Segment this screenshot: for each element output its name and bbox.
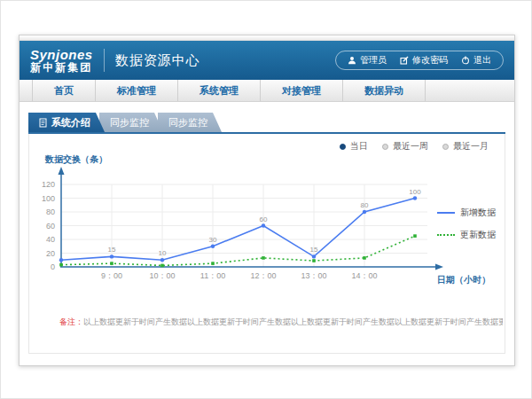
radio-unselected-icon xyxy=(382,144,388,150)
edit-icon xyxy=(400,56,409,65)
svg-text:14：00: 14：00 xyxy=(351,271,377,280)
nav-item-standard-mgmt[interactable]: 标准管理 xyxy=(96,80,178,101)
change-password-button[interactable]: 修改密码 xyxy=(400,54,448,66)
app-window: Synjones 新中新集团 数据资源中心 管理员 修改密码 xyxy=(19,35,515,366)
green-dotted-sample-icon xyxy=(437,234,455,236)
change-password-label: 修改密码 xyxy=(412,54,448,66)
nav-item-data-change[interactable]: 数据异动 xyxy=(343,80,426,101)
app-title: 数据资源中心 xyxy=(115,52,200,69)
tab-system-intro[interactable]: 系统介绍 xyxy=(28,113,105,132)
legend-new-data-label: 新增数据 xyxy=(460,207,496,219)
footnote: 备注：以上数据更新于时间产生数据以上数据更新于时间产生数据以上数据更新于时间产生… xyxy=(59,317,503,328)
svg-text:15: 15 xyxy=(310,246,318,254)
time-range-filter: 当日 最近一周 最近一月 xyxy=(340,140,489,153)
header-divider xyxy=(104,49,105,72)
svg-text:80: 80 xyxy=(361,201,369,209)
svg-text:0: 0 xyxy=(51,262,55,271)
logo-secondary-text: 新中新集团 xyxy=(30,62,92,74)
nav-item-interface-mgmt[interactable]: 对接管理 xyxy=(261,80,343,101)
x-axis-title: 日期（小时） xyxy=(437,274,490,286)
svg-text:13：00: 13：00 xyxy=(301,271,326,280)
series-legend: 新增数据 更新数据 xyxy=(437,207,496,241)
tab-label: 同步监控 xyxy=(110,116,149,129)
logout-button[interactable]: 退出 xyxy=(461,54,491,66)
svg-text:100: 100 xyxy=(42,194,55,203)
svg-text:30: 30 xyxy=(209,236,217,244)
brand-logo: Synjones 新中新集团 xyxy=(30,48,93,73)
legend-item-new-data[interactable]: 新增数据 xyxy=(437,207,496,219)
radio-selected-icon xyxy=(340,144,346,150)
svg-text:60: 60 xyxy=(46,222,55,231)
tab-label: 系统介绍 xyxy=(51,116,90,129)
user-icon xyxy=(348,56,356,65)
line-chart: 0204060801001209：0010：0011：0012：0013：001… xyxy=(35,152,451,285)
radio-last-month-label: 最近一月 xyxy=(453,140,489,153)
svg-text:10：00: 10：00 xyxy=(149,271,175,280)
admin-user-button[interactable]: 管理员 xyxy=(348,54,387,66)
page-background: Synjones 新中新集团 数据资源中心 管理员 修改密码 xyxy=(0,0,532,399)
nav-item-system-mgmt[interactable]: 系统管理 xyxy=(178,80,261,101)
radio-today-label: 当日 xyxy=(350,140,368,153)
admin-user-label: 管理员 xyxy=(360,54,387,66)
svg-text:80: 80 xyxy=(46,207,55,216)
radio-last-month[interactable]: 最近一月 xyxy=(442,140,489,153)
svg-text:20: 20 xyxy=(46,249,55,258)
logo-primary-text: Synjones xyxy=(30,48,93,62)
logout-label: 退出 xyxy=(473,54,491,66)
tab-sync-monitor-1[interactable]: 同步监控 xyxy=(99,113,163,132)
svg-text:10: 10 xyxy=(159,249,167,257)
blue-line-sample-icon xyxy=(437,212,455,214)
svg-text:120: 120 xyxy=(42,180,55,189)
radio-today[interactable]: 当日 xyxy=(340,140,368,153)
radio-last-week[interactable]: 最近一周 xyxy=(382,140,428,153)
svg-text:12：00: 12：00 xyxy=(250,271,276,280)
svg-text:60: 60 xyxy=(260,215,268,223)
content-area: 系统介绍 同步监控 同步监控 当日 最近一 xyxy=(20,113,514,354)
nav-item-home[interactable]: 首页 xyxy=(32,80,96,101)
tab-label: 同步监控 xyxy=(168,116,207,129)
svg-text:100: 100 xyxy=(409,188,421,196)
user-toolbar: 管理员 修改密码 退出 xyxy=(335,51,504,70)
legend-updated-data-label: 更新数据 xyxy=(460,229,496,241)
document-icon xyxy=(39,118,47,128)
radio-unselected-icon xyxy=(442,144,449,150)
main-nav: 首页 标准管理 系统管理 对接管理 数据异动 xyxy=(20,80,514,102)
svg-text:40: 40 xyxy=(46,235,55,244)
logout-icon xyxy=(461,56,470,65)
footnote-prefix: 备注： xyxy=(59,317,83,326)
legend-item-updated-data[interactable]: 更新数据 xyxy=(437,229,496,241)
chart-panel: 当日 最近一周 最近一月 数据交换（条） 0204060801001209：00… xyxy=(28,134,505,354)
tab-bar: 系统介绍 同步监控 同步监控 xyxy=(28,113,505,132)
app-header: Synjones 新中新集团 数据资源中心 管理员 修改密码 xyxy=(20,41,514,80)
svg-text:9：00: 9：00 xyxy=(101,271,122,280)
footnote-text: 以上数据更新于时间产生数据以上数据更新于时间产生数据以上数据更新于时间产生数据以… xyxy=(83,317,503,326)
svg-text:11：00: 11：00 xyxy=(200,271,225,280)
svg-text:15: 15 xyxy=(108,246,116,254)
radio-last-week-label: 最近一周 xyxy=(393,140,428,153)
tab-sync-monitor-2[interactable]: 同步监控 xyxy=(158,113,222,132)
